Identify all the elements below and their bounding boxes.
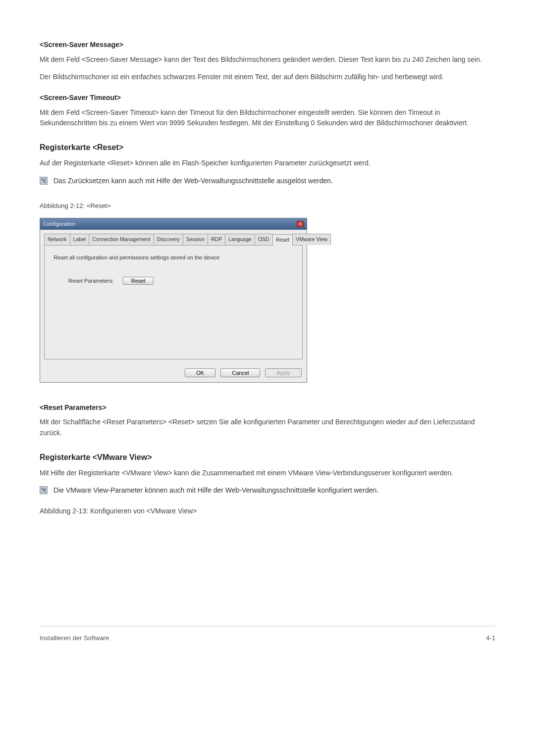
footer-right: 4-1 (486, 633, 495, 643)
para-vmw-1: Mit Hilfe der Registerkarte <VMware View… (40, 468, 495, 479)
page-footer: Installieren der Software 4-1 (40, 626, 495, 643)
para-rp-1: Mit der Schaltfläche <Reset Parameters> … (40, 417, 495, 438)
tab-discovery[interactable]: Discovery (154, 234, 183, 245)
note-vmware: Die VMware View-Parameter können auch mi… (40, 485, 495, 496)
caption-2-13: Abbildung 2-13: Konfigurieren von <VMwar… (40, 506, 495, 517)
tab-label[interactable]: Label (70, 234, 90, 245)
tab-rdp[interactable]: RDP (208, 234, 225, 245)
note-reset: Das Zurücksetzen kann auch mit Hilfe der… (40, 176, 495, 187)
panel-description: Reset all configuration and permissions … (54, 253, 293, 262)
close-icon[interactable]: × (297, 221, 304, 227)
caption-2-12: Abbildung 2-12: <Reset> (40, 201, 495, 211)
dialog-titlebar: Configuration × (40, 218, 307, 230)
footer-left: Installieren der Software (40, 633, 109, 643)
para-ssm-2: Der Bildschirmschoner ist ein einfaches … (40, 72, 495, 83)
tab-network[interactable]: Network (44, 234, 70, 245)
heading-reset-parameters: <Reset Parameters> (40, 403, 495, 413)
tab-panel-reset: Reset all configuration and permissions … (44, 246, 303, 359)
note-reset-text: Das Zurücksetzen kann auch mit Hilfe der… (54, 176, 333, 187)
reset-parameters-row: Reset Parameters: Reset (54, 277, 293, 285)
note-icon (40, 486, 48, 494)
para-sst-1: Mit dem Feld <Screen-Saver Timeout> kann… (40, 107, 495, 129)
para-ssm-1: Mit dem Feld <Screen-Saver Message> kann… (40, 54, 495, 65)
tab-osd[interactable]: OSD (255, 234, 273, 245)
tab-session[interactable]: Session (183, 234, 208, 245)
heading-register-reset: Registerkarte <Reset> (40, 142, 495, 154)
tab-reset[interactable]: Reset (272, 234, 293, 245)
para-rr-1: Auf der Registerkarte <Reset> können all… (40, 158, 495, 169)
tab-row: Network Label Connection Management Disc… (44, 234, 303, 245)
tab-connection-management[interactable]: Connection Management (89, 234, 154, 245)
heading-screensaver-timeout: <Screen-Saver Timeout> (40, 93, 495, 103)
heading-screensaver-message: <Screen-Saver Message> (40, 40, 495, 50)
dialog-title: Configuration (43, 220, 75, 228)
dialog-body: Network Label Connection Management Disc… (40, 230, 307, 364)
dialog-footer: OK Cancel Apply (40, 364, 307, 382)
configuration-dialog: Configuration × Network Label Connection… (40, 218, 307, 382)
tab-language[interactable]: Language (225, 234, 255, 245)
cancel-button[interactable]: Cancel (220, 368, 260, 377)
note-vmware-text: Die VMware View-Parameter können auch mi… (54, 485, 378, 496)
tab-vmware-view[interactable]: VMware View (292, 234, 331, 245)
reset-button[interactable]: Reset (123, 277, 154, 285)
ok-button[interactable]: OK (185, 368, 215, 377)
apply-button[interactable]: Apply (265, 368, 302, 377)
reset-parameters-label: Reset Parameters: (68, 277, 114, 285)
note-icon (40, 177, 48, 185)
heading-register-vmware: Registerkarte <VMware View> (40, 452, 495, 464)
